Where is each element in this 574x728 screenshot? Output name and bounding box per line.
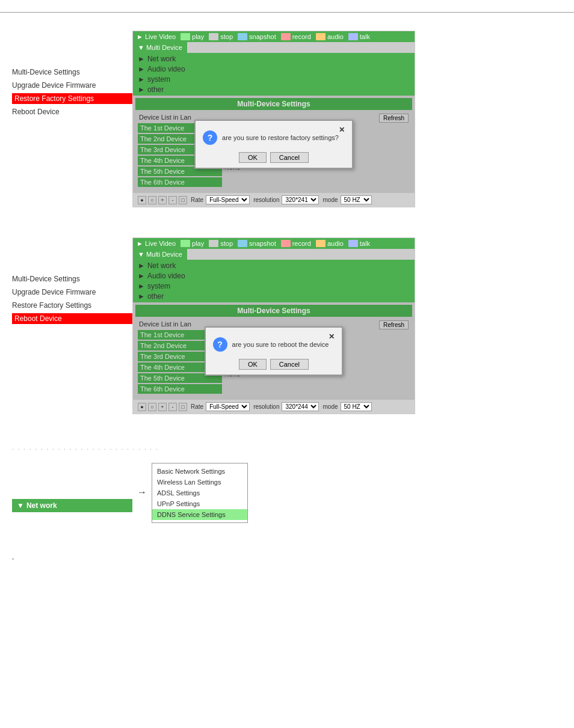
subnav-system-2[interactable]: ► system xyxy=(138,281,410,291)
talk-icon-2 xyxy=(348,240,358,247)
toolbar-snapshot-2[interactable]: snapshot xyxy=(238,240,276,247)
dialog-cancel-btn-2[interactable]: Cancel xyxy=(270,359,309,370)
record-icon-1 xyxy=(281,33,291,40)
toolbar-play-1[interactable]: play xyxy=(181,33,204,40)
toolbar-stop-2[interactable]: stop xyxy=(209,240,233,247)
dialog-message-1: are you sure to restore factory settings… xyxy=(222,134,339,141)
ctrl-btn-1c[interactable]: + xyxy=(158,196,167,204)
play-label-1: play xyxy=(192,33,204,40)
resolution-select-1[interactable]: 320*241 xyxy=(282,195,319,204)
toolbar-record-2[interactable]: record xyxy=(281,240,311,247)
toolbar-audio-2[interactable]: audio xyxy=(316,240,344,247)
nav-label-2: Multi Device xyxy=(146,251,182,258)
dialog-cancel-btn-1[interactable]: Cancel xyxy=(270,152,309,163)
net-menu-adsl[interactable]: ADSL Settings xyxy=(152,488,247,498)
resolution-control-2: resolution 320*244 xyxy=(253,402,319,411)
stop-label-1: stop xyxy=(220,33,233,40)
nav-arrow-1: ▼ xyxy=(138,44,144,51)
toolbar-play-2[interactable]: play xyxy=(181,240,204,247)
net-menu-basic[interactable]: Basic Network Settings xyxy=(152,466,247,477)
dialog-close-btn-1[interactable]: ✕ xyxy=(339,126,345,134)
nav-multi-device-2[interactable]: ▼ Multi Device xyxy=(133,249,187,260)
sidebar-item-restore-factory-1[interactable]: Restore Factory Settings xyxy=(12,93,132,104)
record-label-2: record xyxy=(292,240,311,247)
rate-select-2[interactable]: Full-Speed xyxy=(206,402,250,411)
mode-control-1: mode 50 HZ xyxy=(322,195,371,204)
dialog-body-2: ? are you sure to reboot the device xyxy=(213,332,329,356)
nav-label-1: Multi Device xyxy=(146,44,182,51)
subnav-audio-arrow-1: ► xyxy=(138,65,145,73)
subnav-network-arrow-2: ► xyxy=(138,262,145,270)
dialog-box-1: ✕ ? are you sure to restore factory sett… xyxy=(194,120,353,169)
subnav-network-arrow-1: ► xyxy=(138,55,145,63)
dialog-ok-btn-1[interactable]: OK xyxy=(239,152,267,163)
dialog-close-btn-2[interactable]: ✕ xyxy=(329,332,335,341)
talk-icon-1 xyxy=(348,33,358,40)
net-menu-ddns[interactable]: DDNS Service Settings xyxy=(152,509,247,520)
sidebar-menu-1: Multi-Device Settings Upgrade Device Fir… xyxy=(12,31,132,117)
sidebar-item-reboot-device-2[interactable]: Reboot Device xyxy=(12,313,132,324)
section-reboot-device: Multi-Device Settings Upgrade Device Fir… xyxy=(0,231,574,420)
subnav-other-2[interactable]: ► other xyxy=(138,292,410,301)
dialog-ok-btn-2[interactable]: OK xyxy=(239,359,267,370)
toolbar-talk-2[interactable]: talk xyxy=(348,240,370,247)
toolbar-snapshot-1[interactable]: snapshot xyxy=(238,33,276,40)
ctrl-btn-1b[interactable]: ○ xyxy=(148,196,156,204)
resolution-select-2[interactable]: 320*244 xyxy=(282,402,319,411)
stop-icon-2 xyxy=(209,240,218,247)
camera-panel-2: ► Live Video play stop snapshot re xyxy=(132,237,415,414)
dialog-question-icon-2: ? xyxy=(213,337,227,352)
ctrl-btn-2e[interactable]: □ xyxy=(179,403,187,411)
subnav-network-1[interactable]: ► Net work xyxy=(138,54,410,64)
net-label[interactable]: ▼ Net work xyxy=(12,499,132,512)
net-menu-wireless[interactable]: Wireless Lan Settings xyxy=(152,477,247,488)
ctrl-btn-1a[interactable]: ● xyxy=(138,196,146,204)
subnav-network-label-2: Net work xyxy=(147,262,176,270)
talk-label-2: talk xyxy=(360,240,370,247)
subnav-other-label-2: other xyxy=(147,292,164,301)
net-arrow-icon: ▼ xyxy=(17,501,24,510)
rate-label-1: Rate xyxy=(191,197,203,203)
dot-leader: . . . . . . . . . . . . . . . . . . . . … xyxy=(12,444,562,451)
subnav-network-label-1: Net work xyxy=(147,55,176,63)
net-menu-upnp[interactable]: UPnP Settings xyxy=(152,498,247,509)
ctrl-btn-2d[interactable]: - xyxy=(168,403,177,411)
ctrl-btn-2c[interactable]: + xyxy=(158,403,167,411)
ctrl-btn-1e[interactable]: □ xyxy=(179,196,187,204)
sidebar-menu-2: Multi-Device Settings Upgrade Device Fir… xyxy=(12,237,132,324)
sidebar-item-multi-device-1[interactable]: Multi-Device Settings xyxy=(12,67,132,78)
rate-select-1[interactable]: Full-Speed xyxy=(206,195,250,204)
sidebar-item-upgrade-firmware-1[interactable]: Upgrade Device Firmware xyxy=(12,80,132,91)
dialog-buttons-2: OK Cancel xyxy=(213,356,335,370)
top-rule xyxy=(0,12,574,13)
sidebar-item-multi-device-2[interactable]: Multi-Device Settings xyxy=(12,274,132,284)
toolbar-talk-1[interactable]: talk xyxy=(348,33,370,40)
sidebar-item-upgrade-firmware-2[interactable]: Upgrade Device Firmware xyxy=(12,287,132,298)
subnav-audio-2[interactable]: ► Audio video xyxy=(138,271,410,281)
sidebar-item-reboot-device-1[interactable]: Reboot Device xyxy=(12,106,132,117)
rate-label-2: Rate xyxy=(191,403,203,410)
ctrl-btn-1d[interactable]: - xyxy=(168,196,177,204)
subnav-system-label-2: system xyxy=(147,282,170,290)
ctrl-btn-2b[interactable]: ○ xyxy=(148,403,156,411)
toolbar-live-video-1[interactable]: ► Live Video xyxy=(137,33,176,40)
nav-multi-device-1[interactable]: ▼ Multi Device xyxy=(133,42,187,53)
subnav-system-1[interactable]: ► system xyxy=(138,75,410,84)
play-icon-1 xyxy=(181,33,190,40)
subnav-network-2[interactable]: ► Net work xyxy=(138,261,410,271)
mode-select-2[interactable]: 50 HZ xyxy=(341,402,372,411)
mode-select-1[interactable]: 50 HZ xyxy=(341,195,372,204)
rate-control-1: Rate Full-Speed xyxy=(191,195,250,204)
ctrl-btn-2a[interactable]: ● xyxy=(138,403,146,411)
sidebar-item-restore-factory-2[interactable]: Restore Factory Settings xyxy=(12,300,132,311)
toolbar-live-video-2[interactable]: ► Live Video xyxy=(137,240,176,247)
toolbar-record-1[interactable]: record xyxy=(281,33,311,40)
toolbar-audio-1[interactable]: audio xyxy=(316,33,344,40)
subnav-audio-label-2: Audio video xyxy=(147,272,185,280)
toolbar-stop-1[interactable]: stop xyxy=(209,33,233,40)
dialog-buttons-1: OK Cancel xyxy=(203,150,345,163)
play-label-2: play xyxy=(192,240,204,247)
subnav-other-1[interactable]: ► other xyxy=(138,85,410,94)
cam-toolbar-2: ► Live Video play stop snapshot re xyxy=(133,238,415,249)
subnav-audio-1[interactable]: ► Audio video xyxy=(138,64,410,74)
